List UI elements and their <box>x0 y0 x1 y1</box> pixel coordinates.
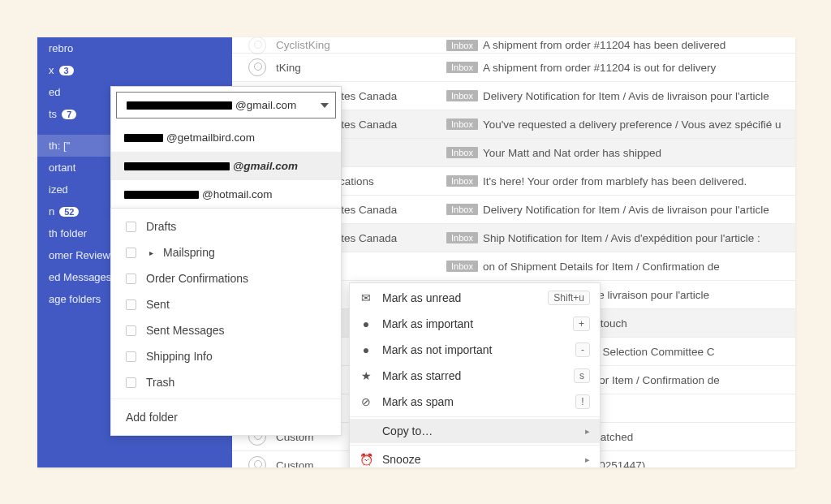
inbox-tag: Inbox <box>446 232 478 243</box>
sidebar-item-label: ed Messages <box>49 271 111 283</box>
sidebar-item[interactable]: rebro <box>37 37 232 59</box>
avatar-icon <box>248 58 266 76</box>
sidebar-item[interactable]: x3 <box>37 59 232 81</box>
menu-label: Mark as important <box>382 317 563 330</box>
account-option-suffix: @hotmail.com <box>202 188 272 200</box>
email-client-window: rebrox3edts7th: ["ortantizedn52th folder… <box>37 37 795 467</box>
checkbox-icon <box>126 248 136 258</box>
menu-label: Mark as unread <box>382 291 538 304</box>
sidebar-item-label: th: [" <box>49 140 70 152</box>
context-menu-item[interactable]: Copy to…▸ <box>350 419 600 443</box>
inbox-tag: Inbox <box>446 261 478 272</box>
checkbox-icon <box>126 299 136 310</box>
chevron-right-icon: ▸ <box>585 454 590 465</box>
sidebar-item-label: ized <box>49 183 68 196</box>
sender-label: tKing <box>276 62 446 74</box>
account-select[interactable]: @gmail.com <box>116 92 336 118</box>
folder-item[interactable]: ▸Mailspring <box>111 239 341 265</box>
subject-label: It's here! Your order from marblefy has … <box>483 175 795 187</box>
context-menu-item[interactable]: ⊘Mark as spam! <box>350 389 600 415</box>
inbox-tag: Inbox <box>446 40 478 51</box>
folder-label: Mailspring <box>163 246 215 259</box>
folder-label: Shipping Info <box>146 350 213 363</box>
sidebar-item-label: x <box>49 64 54 76</box>
context-menu-item[interactable]: ★Mark as starreds <box>350 363 600 389</box>
folder-label: Sent Messages <box>146 324 225 337</box>
sidebar-item-label: ortant <box>49 162 75 174</box>
menu-icon: ⏰ <box>360 453 372 466</box>
account-select-suffix: @gmail.com <box>235 99 296 111</box>
redacted-text <box>127 101 232 110</box>
add-folder-button[interactable]: Add folder <box>111 398 341 435</box>
subject-label: A shipment from order #11204 has been de… <box>483 39 795 51</box>
folder-label: Trash <box>146 376 174 389</box>
subject-label: Your Matt and Nat order has shipped <box>483 147 795 159</box>
inbox-tag: Inbox <box>446 147 478 158</box>
keyboard-shortcut: Shift+u <box>548 291 590 305</box>
inbox-tag: Inbox <box>446 175 478 187</box>
redacted-text <box>124 162 230 170</box>
menu-icon: ● <box>360 343 372 356</box>
checkbox-icon <box>126 377 136 388</box>
inbox-tag: Inbox <box>446 90 478 101</box>
folder-label: Drafts <box>146 220 176 233</box>
subject-label: Ship Notification for Item / Avis d'expé… <box>483 232 795 244</box>
folder-picker-panel: Drafts▸MailspringOrder ConfirmationsSent… <box>110 208 342 436</box>
sidebar-item-label: rebro <box>49 42 73 54</box>
subject-label: Delivery Notification for Item / Avis de… <box>483 90 795 102</box>
menu-label: Mark as spam <box>382 395 566 408</box>
menu-label: Mark as not important <box>382 343 566 356</box>
context-menu-item[interactable]: ●Mark as important+ <box>350 311 600 337</box>
message-row[interactable]: tKingInboxA shipment from order #11204 i… <box>232 54 795 82</box>
inbox-tag: Inbox <box>446 204 478 215</box>
avatar-icon <box>248 456 266 467</box>
subject-label: A shipment from order #11204 is out for … <box>483 62 795 74</box>
context-menu-item[interactable]: ⏰Snooze▸ <box>350 447 600 467</box>
menu-icon: ● <box>360 317 372 330</box>
account-option[interactable]: @hotmail.com <box>111 180 341 209</box>
count-badge: 7 <box>62 110 76 119</box>
message-context-menu: ✉Mark as unreadShift+u●Mark as important… <box>349 282 601 467</box>
keyboard-shortcut: s <box>574 368 590 383</box>
checkbox-icon <box>126 274 136 284</box>
account-option-suffix: @gmail.com <box>233 160 298 172</box>
chevron-right-icon: ▸ <box>149 248 153 257</box>
chevron-down-icon <box>321 103 329 108</box>
inbox-tag: Inbox <box>446 118 478 130</box>
menu-icon: ★ <box>360 369 372 382</box>
sidebar-item-label: ts <box>49 108 57 120</box>
checkbox-icon <box>126 222 136 232</box>
chevron-right-icon: ▸ <box>585 426 590 437</box>
account-option[interactable]: @gmail.com <box>111 152 341 180</box>
folder-label: Order Confirmations <box>146 272 248 285</box>
count-badge: 3 <box>59 66 74 75</box>
sidebar-item-label: n <box>49 205 54 218</box>
account-option-suffix: @getmailbird.com <box>166 131 255 144</box>
folder-item[interactable]: Shipping Info <box>111 343 341 369</box>
context-menu-item[interactable]: ●Mark as not important- <box>350 337 600 363</box>
sidebar-item-label: th folder <box>49 227 87 239</box>
menu-label: Copy to… <box>382 424 575 437</box>
inbox-tag: Inbox <box>446 62 478 73</box>
subject-label: on of Shipment Details for Item / Confir… <box>483 261 795 273</box>
sidebar-item-label: age folders <box>49 293 101 305</box>
keyboard-shortcut: ! <box>575 394 590 409</box>
sender-label: CyclistKing <box>276 39 446 51</box>
subject-label: You've requested a delivery preference /… <box>483 118 795 131</box>
account-option[interactable]: @getmailbird.com <box>111 123 341 152</box>
message-row[interactable]: CyclistKingInboxA shipment from order #1… <box>232 37 795 54</box>
account-switcher-panel: @gmail.com @getmailbird.com@gmail.com@ho… <box>110 86 342 209</box>
folder-label: Sent <box>146 298 170 311</box>
sidebar-item-label: ed <box>49 86 60 98</box>
folder-item[interactable]: Sent Messages <box>111 317 341 343</box>
checkbox-icon <box>126 351 136 362</box>
context-menu-item[interactable]: ✉Mark as unreadShift+u <box>350 285 600 311</box>
keyboard-shortcut: + <box>573 317 590 331</box>
folder-item[interactable]: Trash <box>111 369 341 395</box>
avatar-icon <box>248 37 266 54</box>
folder-item[interactable]: Order Confirmations <box>111 265 341 291</box>
folder-item[interactable]: Drafts <box>111 213 341 239</box>
menu-label: Snooze <box>382 453 575 466</box>
menu-icon: ✉ <box>360 291 372 304</box>
folder-item[interactable]: Sent <box>111 291 341 317</box>
